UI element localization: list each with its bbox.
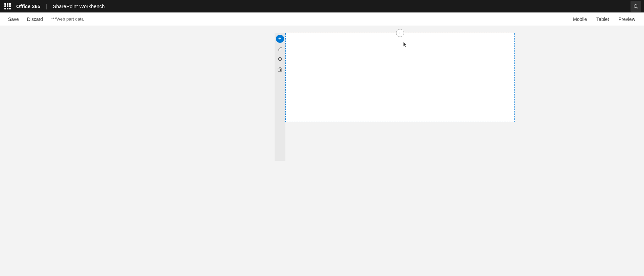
tablet-button[interactable]: Tablet (593, 15, 612, 23)
webpart-zone-active[interactable]: + (285, 33, 515, 122)
left-toolbar: + (275, 33, 285, 161)
left-spacer (130, 33, 275, 184)
save-button[interactable]: Save (5, 15, 22, 23)
zone-center-add-button[interactable]: + (396, 29, 404, 37)
toolbar: Save Discard ***Web part data Mobile Tab… (0, 12, 644, 26)
app-name: Office 365 (16, 3, 40, 9)
move-icon (278, 57, 282, 61)
webpart-zone: + (285, 33, 515, 122)
waffle-icon (4, 3, 11, 9)
svg-line-1 (637, 7, 638, 8)
webpart-zone-bottom (285, 122, 515, 122)
svg-point-0 (634, 4, 637, 7)
edit-tool[interactable] (276, 45, 284, 53)
waffle-menu[interactable] (3, 2, 12, 11)
topbar-right (631, 1, 641, 12)
cursor-indicator (403, 42, 407, 49)
move-tool[interactable] (276, 55, 284, 63)
content-area: + (0, 26, 644, 276)
add-section-button[interactable]: + (276, 35, 284, 43)
topbar: Office 365 | SharePoint Workbench (0, 0, 644, 12)
discard-button[interactable]: Discard (24, 15, 46, 23)
canvas-container: + (275, 33, 515, 269)
preview-button[interactable]: Preview (615, 15, 639, 23)
mobile-button[interactable]: Mobile (570, 15, 590, 23)
search-icon (634, 4, 638, 9)
cursor-icon (403, 42, 407, 48)
add-icon: + (278, 36, 281, 41)
delete-tool[interactable] (276, 65, 284, 73)
search-button[interactable] (631, 1, 641, 12)
edit-icon (278, 47, 282, 51)
workbench-title: SharePoint Workbench (53, 3, 105, 9)
webpart-data-label: ***Web part data (51, 17, 84, 22)
toolbar-view-buttons: Mobile Tablet Preview (570, 15, 639, 23)
delete-icon (278, 67, 282, 72)
topbar-divider: | (46, 3, 48, 10)
